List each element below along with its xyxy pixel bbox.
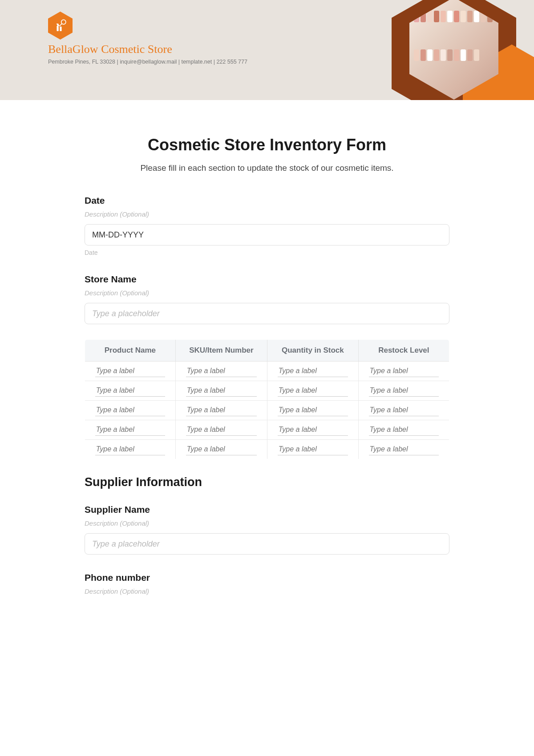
form-title: Cosmetic Store Inventory Form [85,136,449,154]
supplier-name-label: Supplier Name [85,504,449,515]
date-input[interactable] [85,224,449,245]
table-cell-input[interactable] [369,385,439,397]
table-cell-input[interactable] [186,385,257,397]
supplier-name-desc: Description (Optional) [85,519,449,527]
table-cell-input[interactable] [186,365,257,377]
table-cell-input[interactable] [95,424,165,436]
table-cell-input[interactable] [95,404,165,416]
logo-hexagon-icon [48,12,73,40]
date-label: Date [85,195,449,206]
date-sublabel: Date [85,249,449,256]
inventory-table: Product NameSKU/Item NumberQuantity in S… [85,339,449,459]
phone-label: Phone number [85,572,449,583]
store-name: BellaGlow Cosmetic Store [48,42,247,56]
table-cell-input[interactable] [369,404,439,416]
svg-rect-3 [60,26,61,31]
table-cell-input[interactable] [278,365,348,377]
table-cell-input[interactable] [278,424,348,436]
table-cell-input[interactable] [186,404,257,416]
table-row [85,401,449,420]
table-cell-input[interactable] [369,443,439,455]
table-cell-input[interactable] [278,404,348,416]
table-row [85,362,449,381]
table-cell-input[interactable] [186,424,257,436]
store-contact-line: Pembroke Pines, FL 33028 | inquire@bella… [48,59,247,65]
phone-field-block: Phone number Description (Optional) [85,572,449,595]
store-name-field-block: Store Name Description (Optional) [85,274,449,324]
brand-block: BellaGlow Cosmetic Store Pembroke Pines,… [48,12,247,65]
table-cell-input[interactable] [95,365,165,377]
page-header: BellaGlow Cosmetic Store Pembroke Pines,… [0,0,534,100]
table-cell-input[interactable] [278,443,348,455]
table-cell-input[interactable] [369,424,439,436]
store-name-desc: Description (Optional) [85,289,449,297]
table-header-cell: Quantity in Stock [267,340,358,362]
svg-line-1 [59,23,62,26]
phone-desc: Description (Optional) [85,587,449,595]
cosmetics-brush-icon [53,18,68,33]
date-desc: Description (Optional) [85,210,449,218]
table-cell-input[interactable] [186,443,257,455]
table-row [85,381,449,401]
table-row [85,420,449,440]
form-subtitle: Please fill in each section to update th… [85,163,449,173]
table-header-cell: SKU/Item Number [175,340,267,362]
supplier-name-field-block: Supplier Name Description (Optional) [85,504,449,555]
table-header-cell: Product Name [85,340,176,362]
table-cell-input[interactable] [95,385,165,397]
date-field-block: Date Description (Optional) Date [85,195,449,256]
supplier-section-heading: Supplier Information [85,475,449,489]
table-cell-input[interactable] [278,385,348,397]
table-row [85,440,449,459]
svg-rect-2 [57,26,58,31]
table-header-cell: Restock Level [358,340,449,362]
table-cell-input[interactable] [369,365,439,377]
supplier-name-input[interactable] [85,533,449,555]
store-name-label: Store Name [85,274,449,285]
store-name-input[interactable] [85,303,449,324]
table-cell-input[interactable] [95,443,165,455]
